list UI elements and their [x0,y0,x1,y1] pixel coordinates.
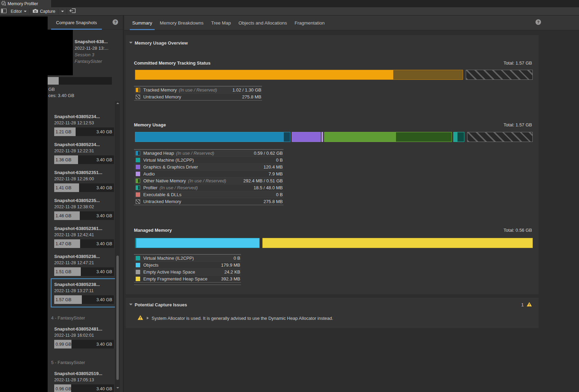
legend-value: 275.8 MB [242,94,261,99]
overview-section-header[interactable]: Memory Usage Overview [129,40,188,46]
snapshots-panel: Compare Snapshots ? Snapshot-638... 2022… [48,16,124,392]
compare-snapshots-label: Compare Snapshots [56,20,97,25]
legend-value: 18.5 / 48.0 MB [253,185,283,190]
tab-memory-breakdowns[interactable]: Memory Breakdowns [156,16,208,30]
snapshot-title: Snapshot-63805236... [54,254,114,259]
help-icon[interactable]: ? [113,19,118,25]
legend-label: Virtual Machine (IL2CPP) [143,157,194,163]
tab-fragmentation[interactable]: Fragmentation [291,16,328,30]
snapshot-size-label: 0.96 GB [56,386,71,391]
sidebar-scrollbar[interactable] [115,101,120,392]
legend-note: (In use / Reserved) [176,151,214,156]
other-native-reserved-segment [396,132,452,142]
snapshot-list-item[interactable]: Snapshot-63805234...2022-11-28 12:12:531… [54,114,114,136]
scrollbar-thumb[interactable] [116,256,119,380]
snapshot-title: Snapshot-638052351... [54,170,114,175]
collapse-triangle-icon[interactable] [129,42,133,44]
tab-summary[interactable]: Summary [128,16,156,30]
redacted-left-region [0,17,48,392]
snapshot-list-item[interactable]: Snapshot-638052481...2022-11-28 16:02:01… [54,326,114,348]
snapshot-list-item[interactable]: Snapshot-638052351...2022-11-28 12:26:00… [54,170,114,192]
tab-compare-snapshots[interactable]: Compare Snapshots [51,16,102,30]
profiler-in-use-segment [453,132,458,142]
legend-value: 24.2 KB [224,269,240,275]
snapshot-total-label: 3.40 GB [96,185,112,190]
snapshot-title: Snapshot-63805234... [54,142,114,147]
snapshot-total-label: 3.40 GB [96,269,112,274]
legend-label: Audio [143,171,155,176]
legend-value: 7.9 MB [269,171,283,176]
import-snapshot-button[interactable] [67,7,77,15]
memory-usage-legend: Managed Heap(In use / Reserved)0.59 / 0.… [134,149,283,205]
legend-value: 292.4 MB / 0.51 GB [243,178,283,183]
snapshot-size-bar: 1.36 GB3.40 GB [54,155,114,164]
scroll-down-icon[interactable] [116,387,119,389]
legend-note: (In use / Reserved) [188,178,226,183]
memory-usage-bar [135,132,533,142]
snapshot-total-label: 3.40 GB [96,386,112,391]
legend-label: Virtual Machine (IL2CPP) [143,256,194,261]
gap-segment [260,238,262,248]
committed-memory-total: Total: 1.57 GB [504,60,532,66]
collapse-triangle-icon[interactable] [129,304,133,305]
legend-value: 0 B [276,157,283,163]
snapshot-size-label: 1.36 GB [56,157,71,162]
snapshot-total-label: 3.40 GB [96,130,112,134]
snapshot-list-item[interactable]: Snapshot-638052519...2022-11-28 17:05:13… [54,371,114,392]
capture-options-dropdown[interactable] [58,7,67,15]
capture-button[interactable]: Capture [30,7,58,15]
gap-segment [464,132,467,142]
legend-row-audio: Audio7.9 MB [134,170,283,177]
legend-row-empty-active-heap-space: Empty Active Heap Space24.2 KB [134,268,241,275]
snapshot-title: Snapshot-63805235... [54,198,114,203]
tab-objects-and-allocations[interactable]: Objects and Allocations [235,16,291,30]
snapshot-list-item[interactable]: Snapshot-638052361...2022-11-28 12:42:41… [54,226,114,248]
managed-heap-in-use-segment [135,132,284,142]
warning-icon [137,315,143,321]
profiler-swatch-icon [136,185,140,190]
tab-tree-map[interactable]: Tree Map [208,16,235,30]
virtual-machine-il2cpp-swatch-icon [136,256,140,260]
snapshot-size-label: 1.47 GB [56,241,71,246]
window-tab[interactable]: Memory Profiler [0,0,51,7]
panel-toggle-button[interactable] [0,7,8,15]
help-icon[interactable]: ? [535,19,541,25]
tracked-reserved-segment [393,70,463,80]
editor-target-dropdown[interactable]: Editor [8,7,29,15]
managed-memory-legend: Virtual Machine (IL2CPP)0 BObjects179.9 … [134,254,241,283]
capture-issue-row[interactable]: System Allocator is used. It is generall… [137,315,333,321]
scroll-up-icon[interactable] [116,103,119,104]
graphics-segment [292,132,321,142]
snapshot-list-item[interactable]: Snapshot-63805235...2022-11-28 12:38:021… [54,198,114,220]
objects-swatch-icon [136,263,140,267]
editor-dropdown-label: Editor [11,9,22,14]
snapshot-size-label: 1.21 GB [56,130,71,134]
legend-row-virtual-machine-il2cpp: Virtual Machine (IL2CPP)0 B [134,255,241,261]
memory-profiler-window: Memory Profiler Editor Capture [0,0,579,392]
session-bar-fill [48,77,59,85]
legend-label: Graphics & Graphics Driver [143,164,198,170]
legend-row-tracked-memory: Tracked Memory(In use / Reserved)1.02 / … [134,86,262,93]
snapshot-size-bar: 1.41 GB3.40 GB [54,183,114,192]
snapshot-list-item[interactable]: Snapshot-63805236...2022-11-28 12:47:211… [54,254,114,276]
empty-fragmented-heap-space-swatch-icon [136,277,140,281]
legend-row-objects: Objects179.9 MB [134,261,241,268]
selected-snapshot-card[interactable]: Snapshot-638... 2022-11-28 13:... Sessio… [48,30,123,102]
window-body: Compare Snapshots ? Snapshot-638... 2022… [0,16,579,392]
legend-value: 275.8 MB [263,199,283,204]
legend-row-empty-fragmented-heap-space: Empty Fragmented Heap Space392.3 MB [134,275,241,282]
expand-arrow-icon[interactable] [147,317,149,319]
warning-icon [527,302,532,308]
untracked-memory-swatch-icon [136,199,140,204]
snapshot-list-item-selected[interactable]: Snapshot-63805238...2022-11-28 13:27:111… [54,282,114,304]
legend-row-other-native-memory: Other Native Memory(In use / Reserved)29… [134,177,283,184]
legend-row-untracked-memory: Untracked Memory275.8 MB [134,198,283,205]
legend-label: Managed Heap [143,151,174,156]
issues-count-badge: 1 [521,302,524,307]
legend-note: (In use / Reserved) [179,87,217,93]
snapshot-list-item[interactable]: Snapshot-63805234...2022-11-28 12:22:311… [54,142,114,164]
snapshot-card-title: Snapshot-638... [75,38,108,45]
toolbar: Editor Capture [0,7,579,16]
issues-section-header[interactable]: Potential Capture Issues 1 [129,302,532,308]
capture-button-label: Capture [40,9,55,14]
